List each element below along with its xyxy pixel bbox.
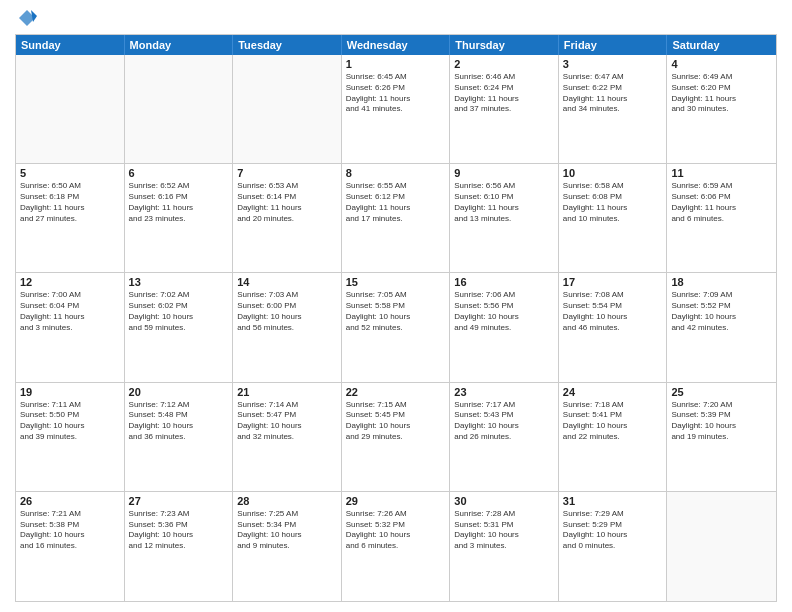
calendar-cell	[667, 492, 776, 601]
calendar-cell: 27Sunrise: 7:23 AM Sunset: 5:36 PM Dayli…	[125, 492, 234, 601]
cell-info: Sunrise: 7:20 AM Sunset: 5:39 PM Dayligh…	[671, 400, 772, 443]
cell-info: Sunrise: 7:29 AM Sunset: 5:29 PM Dayligh…	[563, 509, 663, 552]
cell-date: 17	[563, 276, 663, 288]
calendar-cell: 5Sunrise: 6:50 AM Sunset: 6:18 PM Daylig…	[16, 164, 125, 272]
cell-info: Sunrise: 7:09 AM Sunset: 5:52 PM Dayligh…	[671, 290, 772, 333]
cell-date: 14	[237, 276, 337, 288]
cell-info: Sunrise: 7:26 AM Sunset: 5:32 PM Dayligh…	[346, 509, 446, 552]
cell-date: 8	[346, 167, 446, 179]
cell-date: 20	[129, 386, 229, 398]
calendar-cell: 6Sunrise: 6:52 AM Sunset: 6:16 PM Daylig…	[125, 164, 234, 272]
calendar-cell: 19Sunrise: 7:11 AM Sunset: 5:50 PM Dayli…	[16, 383, 125, 491]
cell-info: Sunrise: 7:18 AM Sunset: 5:41 PM Dayligh…	[563, 400, 663, 443]
day-header-tuesday: Tuesday	[233, 35, 342, 55]
cell-info: Sunrise: 7:15 AM Sunset: 5:45 PM Dayligh…	[346, 400, 446, 443]
day-header-sunday: Sunday	[16, 35, 125, 55]
cell-info: Sunrise: 6:53 AM Sunset: 6:14 PM Dayligh…	[237, 181, 337, 224]
cell-info: Sunrise: 7:05 AM Sunset: 5:58 PM Dayligh…	[346, 290, 446, 333]
cell-info: Sunrise: 7:12 AM Sunset: 5:48 PM Dayligh…	[129, 400, 229, 443]
cell-date: 7	[237, 167, 337, 179]
calendar-cell: 7Sunrise: 6:53 AM Sunset: 6:14 PM Daylig…	[233, 164, 342, 272]
cell-info: Sunrise: 7:02 AM Sunset: 6:02 PM Dayligh…	[129, 290, 229, 333]
cell-date: 25	[671, 386, 772, 398]
cell-info: Sunrise: 7:28 AM Sunset: 5:31 PM Dayligh…	[454, 509, 554, 552]
calendar-cell: 10Sunrise: 6:58 AM Sunset: 6:08 PM Dayli…	[559, 164, 668, 272]
cell-info: Sunrise: 6:50 AM Sunset: 6:18 PM Dayligh…	[20, 181, 120, 224]
calendar-cell: 1Sunrise: 6:45 AM Sunset: 6:26 PM Daylig…	[342, 55, 451, 163]
calendar-cell: 15Sunrise: 7:05 AM Sunset: 5:58 PM Dayli…	[342, 273, 451, 381]
calendar-cell: 24Sunrise: 7:18 AM Sunset: 5:41 PM Dayli…	[559, 383, 668, 491]
cell-info: Sunrise: 6:52 AM Sunset: 6:16 PM Dayligh…	[129, 181, 229, 224]
calendar-cell: 30Sunrise: 7:28 AM Sunset: 5:31 PM Dayli…	[450, 492, 559, 601]
calendar-cell: 11Sunrise: 6:59 AM Sunset: 6:06 PM Dayli…	[667, 164, 776, 272]
calendar-cell	[233, 55, 342, 163]
cell-date: 26	[20, 495, 120, 507]
calendar-header: SundayMondayTuesdayWednesdayThursdayFrid…	[16, 35, 776, 55]
day-header-saturday: Saturday	[667, 35, 776, 55]
cell-date: 29	[346, 495, 446, 507]
cell-info: Sunrise: 7:17 AM Sunset: 5:43 PM Dayligh…	[454, 400, 554, 443]
cell-info: Sunrise: 7:25 AM Sunset: 5:34 PM Dayligh…	[237, 509, 337, 552]
calendar-cell: 23Sunrise: 7:17 AM Sunset: 5:43 PM Dayli…	[450, 383, 559, 491]
cell-info: Sunrise: 6:58 AM Sunset: 6:08 PM Dayligh…	[563, 181, 663, 224]
calendar-cell: 4Sunrise: 6:49 AM Sunset: 6:20 PM Daylig…	[667, 55, 776, 163]
cell-date: 12	[20, 276, 120, 288]
cell-info: Sunrise: 7:11 AM Sunset: 5:50 PM Dayligh…	[20, 400, 120, 443]
cell-date: 6	[129, 167, 229, 179]
cell-info: Sunrise: 6:47 AM Sunset: 6:22 PM Dayligh…	[563, 72, 663, 115]
calendar-row-3: 12Sunrise: 7:00 AM Sunset: 6:04 PM Dayli…	[16, 273, 776, 382]
calendar-cell	[16, 55, 125, 163]
calendar-cell: 8Sunrise: 6:55 AM Sunset: 6:12 PM Daylig…	[342, 164, 451, 272]
cell-info: Sunrise: 6:55 AM Sunset: 6:12 PM Dayligh…	[346, 181, 446, 224]
cell-date: 4	[671, 58, 772, 70]
cell-date: 21	[237, 386, 337, 398]
page: SundayMondayTuesdayWednesdayThursdayFrid…	[0, 0, 792, 612]
calendar-cell: 14Sunrise: 7:03 AM Sunset: 6:00 PM Dayli…	[233, 273, 342, 381]
calendar-cell: 2Sunrise: 6:46 AM Sunset: 6:24 PM Daylig…	[450, 55, 559, 163]
calendar-cell: 9Sunrise: 6:56 AM Sunset: 6:10 PM Daylig…	[450, 164, 559, 272]
cell-date: 10	[563, 167, 663, 179]
cell-info: Sunrise: 7:06 AM Sunset: 5:56 PM Dayligh…	[454, 290, 554, 333]
cell-date: 11	[671, 167, 772, 179]
logo	[15, 10, 37, 28]
day-header-friday: Friday	[559, 35, 668, 55]
cell-date: 24	[563, 386, 663, 398]
cell-date: 22	[346, 386, 446, 398]
calendar-cell: 3Sunrise: 6:47 AM Sunset: 6:22 PM Daylig…	[559, 55, 668, 163]
calendar-cell: 22Sunrise: 7:15 AM Sunset: 5:45 PM Dayli…	[342, 383, 451, 491]
header	[15, 10, 777, 28]
calendar-row-4: 19Sunrise: 7:11 AM Sunset: 5:50 PM Dayli…	[16, 383, 776, 492]
calendar-cell: 17Sunrise: 7:08 AM Sunset: 5:54 PM Dayli…	[559, 273, 668, 381]
cell-info: Sunrise: 7:00 AM Sunset: 6:04 PM Dayligh…	[20, 290, 120, 333]
calendar-body: 1Sunrise: 6:45 AM Sunset: 6:26 PM Daylig…	[16, 55, 776, 601]
calendar-cell: 29Sunrise: 7:26 AM Sunset: 5:32 PM Dayli…	[342, 492, 451, 601]
cell-info: Sunrise: 7:03 AM Sunset: 6:00 PM Dayligh…	[237, 290, 337, 333]
logo-icon	[17, 8, 37, 28]
cell-info: Sunrise: 7:23 AM Sunset: 5:36 PM Dayligh…	[129, 509, 229, 552]
cell-date: 3	[563, 58, 663, 70]
calendar-row-5: 26Sunrise: 7:21 AM Sunset: 5:38 PM Dayli…	[16, 492, 776, 601]
calendar-cell: 26Sunrise: 7:21 AM Sunset: 5:38 PM Dayli…	[16, 492, 125, 601]
cell-date: 18	[671, 276, 772, 288]
cell-date: 13	[129, 276, 229, 288]
calendar-cell	[125, 55, 234, 163]
cell-date: 30	[454, 495, 554, 507]
cell-info: Sunrise: 6:56 AM Sunset: 6:10 PM Dayligh…	[454, 181, 554, 224]
calendar-cell: 21Sunrise: 7:14 AM Sunset: 5:47 PM Dayli…	[233, 383, 342, 491]
day-header-monday: Monday	[125, 35, 234, 55]
calendar-cell: 31Sunrise: 7:29 AM Sunset: 5:29 PM Dayli…	[559, 492, 668, 601]
cell-date: 15	[346, 276, 446, 288]
day-header-wednesday: Wednesday	[342, 35, 451, 55]
cell-date: 9	[454, 167, 554, 179]
calendar-cell: 16Sunrise: 7:06 AM Sunset: 5:56 PM Dayli…	[450, 273, 559, 381]
cell-info: Sunrise: 6:46 AM Sunset: 6:24 PM Dayligh…	[454, 72, 554, 115]
cell-date: 2	[454, 58, 554, 70]
calendar-cell: 13Sunrise: 7:02 AM Sunset: 6:02 PM Dayli…	[125, 273, 234, 381]
cell-info: Sunrise: 7:14 AM Sunset: 5:47 PM Dayligh…	[237, 400, 337, 443]
calendar-cell: 18Sunrise: 7:09 AM Sunset: 5:52 PM Dayli…	[667, 273, 776, 381]
calendar-cell: 20Sunrise: 7:12 AM Sunset: 5:48 PM Dayli…	[125, 383, 234, 491]
cell-info: Sunrise: 6:45 AM Sunset: 6:26 PM Dayligh…	[346, 72, 446, 115]
cell-date: 31	[563, 495, 663, 507]
cell-date: 1	[346, 58, 446, 70]
cell-date: 19	[20, 386, 120, 398]
